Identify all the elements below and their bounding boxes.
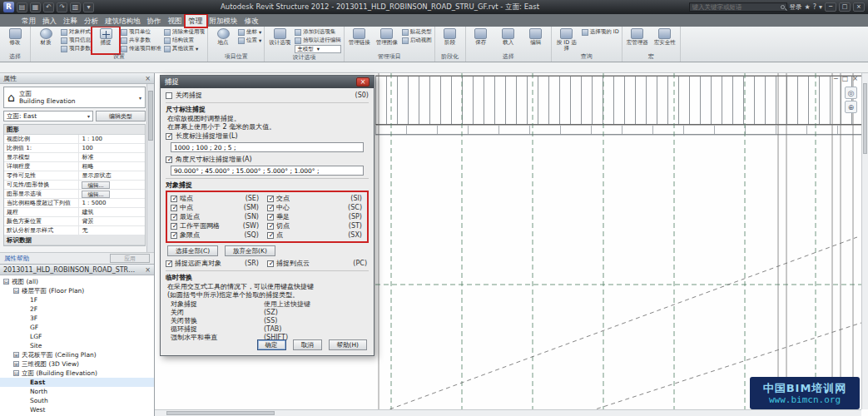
midpoints-checkbox[interactable] <box>171 205 177 211</box>
location-button[interactable]: 地点 <box>211 28 236 52</box>
modify-button[interactable]: 修改 <box>2 28 27 52</box>
tab-insert[interactable]: 插入 <box>39 15 60 27</box>
tab-modify[interactable]: 修改 <box>241 15 262 27</box>
materials-button[interactable]: 材质 <box>33 28 58 52</box>
tree-node-view[interactable]: GF <box>0 323 154 332</box>
window-close-button[interactable]: × <box>853 2 865 12</box>
view-selector-dropdown[interactable]: 立面: East ▾ <box>3 111 93 121</box>
edit-type-button[interactable]: 编辑类型 <box>96 111 146 121</box>
tree-node-view[interactable]: 2F <box>0 305 154 314</box>
help-icon[interactable]: ? <box>813 3 816 11</box>
window-minimize-button[interactable]: ─ <box>825 2 836 12</box>
length-increments-input[interactable] <box>171 142 364 152</box>
pick-to-edit-button[interactable]: 拾取以进行编辑 <box>295 37 341 44</box>
properties-help-link[interactable]: 属性帮助 <box>4 255 29 263</box>
help-caret-icon[interactable]: ▾ <box>819 3 822 11</box>
workplane-grid-checkbox[interactable] <box>171 223 177 230</box>
collapse-icon[interactable]: ⊟ <box>3 279 9 285</box>
tree-node-floor-plans[interactable]: ⊟楼层平面 (Floor Plan) <box>0 286 154 295</box>
remote-objects-checkbox[interactable] <box>166 260 172 267</box>
steering-wheel-icon[interactable]: ◎ <box>845 87 857 99</box>
intersections-checkbox[interactable] <box>267 196 274 202</box>
centers-checkbox[interactable] <box>267 205 274 211</box>
graphics-section-header[interactable]: 图形 <box>4 125 145 135</box>
design-options-button[interactable]: 设计选项 <box>267 28 292 53</box>
add-to-set-button[interactable]: 添加到选项集 <box>295 28 341 36</box>
shared-parameters-button[interactable]: 共享参数 <box>121 37 161 44</box>
other-settings-button[interactable]: 其他设置▾ <box>164 45 205 52</box>
macro-security-button[interactable]: 宏安全性 <box>652 28 677 52</box>
tree-node-view[interactable]: South <box>0 396 154 405</box>
selection-load-button[interactable]: 载入 <box>496 28 521 52</box>
tree-node-view[interactable]: Site <box>0 341 154 350</box>
visibility-edit-button[interactable]: 编辑... <box>82 181 109 189</box>
open-icon[interactable]: ▤ <box>17 2 27 12</box>
vertical-scrollbar[interactable] <box>861 73 868 409</box>
collapse-icon[interactable]: ⊟ <box>13 370 19 376</box>
manage-links-button[interactable]: 管理链接 <box>347 28 372 52</box>
tab-view[interactable]: 视图 <box>165 15 186 27</box>
check-all-button[interactable]: 选择全部(C) <box>167 245 218 256</box>
object-styles-button[interactable]: 对象样式 <box>61 28 91 36</box>
nearest-checkbox[interactable] <box>171 214 177 220</box>
undo-icon[interactable]: ↶ <box>43 2 54 12</box>
perpendicular-checkbox[interactable] <box>267 214 274 220</box>
length-snap-checkbox[interactable] <box>166 133 172 140</box>
selection-edit-button[interactable]: 编辑 <box>523 28 548 52</box>
properties-scrollbar[interactable] <box>146 84 154 252</box>
manage-images-button[interactable]: 管理图像 <box>374 28 399 52</box>
angle-snap-checkbox[interactable] <box>166 156 172 163</box>
snaps-button[interactable]: 捕捉 <box>93 28 118 52</box>
tree-node-view[interactable]: 1F <box>0 295 154 305</box>
apply-button[interactable]: 应用 <box>110 254 150 263</box>
revit-app-button[interactable]: R <box>3 2 14 12</box>
view-close-icon[interactable]: × <box>852 75 858 82</box>
search-input[interactable] <box>689 2 787 12</box>
coordinates-button[interactable]: 坐标▾ <box>238 28 261 36</box>
decal-types-button[interactable]: 贴花类型 <box>402 28 432 36</box>
identity-section-header[interactable]: 标识数据 <box>4 235 145 245</box>
snaps-off-checkbox[interactable] <box>166 92 172 99</box>
type-selector[interactable]: ⌂ 立面 Building Elevation ▾ <box>3 87 146 108</box>
tree-node-views[interactable]: ⊟视图 (all) <box>0 277 154 286</box>
redo-icon[interactable]: ↷ <box>57 2 67 12</box>
favorites-star-icon[interactable]: ★ <box>805 3 811 11</box>
points-checkbox[interactable] <box>267 232 274 239</box>
project-info-button[interactable]: 项目信息 <box>61 37 91 44</box>
transfer-standards-button[interactable]: 传递项目标准 <box>121 45 161 52</box>
tab-manage[interactable]: 管理 <box>186 15 206 27</box>
purge-unused-button[interactable]: 清除未使用项 <box>164 28 205 36</box>
help-button[interactable]: 帮助(H) <box>329 339 368 350</box>
selection-save-button[interactable]: 保存 <box>469 28 494 52</box>
phases-button[interactable]: 阶段 <box>438 28 463 52</box>
tab-analyze[interactable]: 分析 <box>81 15 102 27</box>
snaps-dialog-title-bar[interactable]: 捕捉 × <box>161 76 374 88</box>
vertical-scrollbar-thumb[interactable] <box>863 83 867 154</box>
tree-node-elevations[interactable]: ⊟立面 (Building Elevation) <box>0 369 154 378</box>
horizontal-scrollbar-thumb[interactable] <box>166 411 275 415</box>
properties-close-icon[interactable]: × <box>141 75 151 82</box>
ok-button[interactable]: 确定 <box>257 339 286 350</box>
cancel-button[interactable]: 取消 <box>293 339 322 350</box>
structural-settings-button[interactable]: 结构设置 <box>164 37 205 44</box>
tree-node-view[interactable]: LGF <box>0 332 154 341</box>
sign-in-label[interactable]: 登录 <box>790 3 802 12</box>
project-units-button[interactable]: 项目单位 <box>121 28 161 36</box>
endpoints-checkbox[interactable] <box>171 196 177 202</box>
properties-scrollbar-thumb[interactable] <box>148 91 153 141</box>
tab-structure[interactable]: 建筑结构地 <box>102 15 144 27</box>
select-by-id-button[interactable]: 按 ID 选择 <box>554 28 579 52</box>
tree-node-view[interactable]: 3F <box>0 314 154 323</box>
qat-menu-caret-icon[interactable]: ▾ <box>83 2 94 12</box>
tangents-checkbox[interactable] <box>267 223 274 230</box>
tree-node-view-east[interactable]: East <box>0 378 154 387</box>
tab-annotate[interactable]: 注释 <box>60 15 81 27</box>
snaps-dialog-close-button[interactable]: × <box>356 77 370 87</box>
tree-node-ceiling-plans[interactable]: ⊞天花板平面 (Ceiling Plan) <box>0 350 154 359</box>
view-restore-icon[interactable]: □ <box>842 75 849 82</box>
tree-node-view[interactable]: North <box>0 387 154 396</box>
macro-manager-button[interactable]: 宏管理器 <box>625 28 650 52</box>
check-none-button[interactable]: 放弃全部(K) <box>225 245 275 256</box>
graphic-display-edit-button[interactable]: 编辑... <box>82 191 109 198</box>
project-browser-close-icon[interactable]: × <box>141 266 151 274</box>
